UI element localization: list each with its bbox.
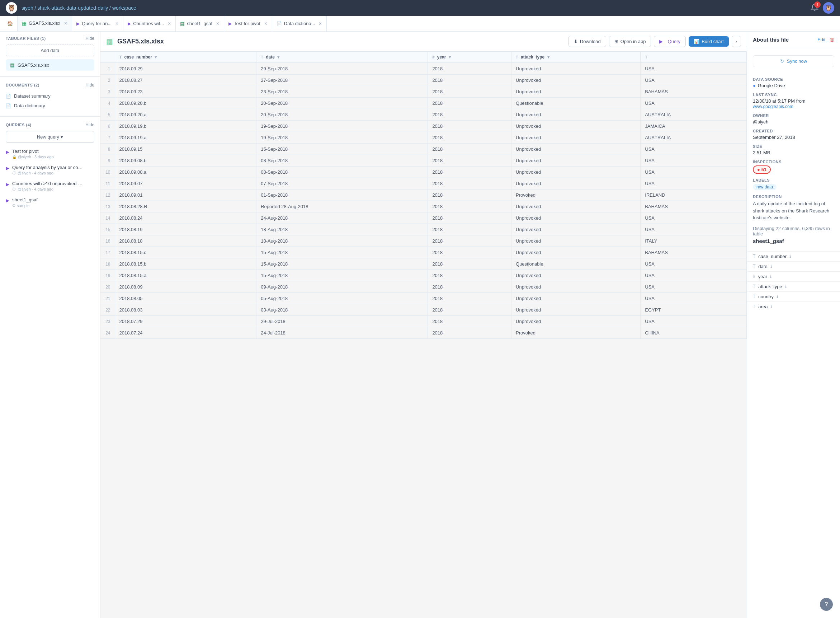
table-row[interactable]: 22 2018.08.03 03-Aug-2018 2018 Unprovoke… <box>101 305 747 316</box>
sidebar-item-data-dictionary[interactable]: 📄 Data dictionary <box>6 101 94 110</box>
inspections-badge[interactable]: ● 51 <box>753 165 771 174</box>
sidebar-item-dataset-summary[interactable]: 📄 Dataset summary <box>6 91 94 101</box>
table-row[interactable]: 9 2018.09.08.b 08-Sep-2018 2018 Unprovok… <box>101 155 747 166</box>
query-icon: ▶ <box>6 181 9 187</box>
table-row[interactable]: 4 2018.09.20.b 20-Sep-2018 2018 Question… <box>101 98 747 109</box>
info-icon[interactable]: ℹ <box>790 254 791 259</box>
row-number: 6 <box>101 120 115 132</box>
tab-sheet1[interactable]: ▦ sheet1_gsaf ✕ <box>176 16 224 31</box>
tab-query-analysis[interactable]: ▶ Query for an... ✕ <box>72 16 123 31</box>
sidebar-item-sheet1-gsaf[interactable]: ▶ sheet1_gsaf ⊙ sample <box>6 194 94 211</box>
download-button[interactable]: ⬇ Download <box>569 36 606 47</box>
data-source-label: DATA SOURCE <box>753 77 834 82</box>
tab-dict[interactable]: 📄 Data dictiona... ✕ <box>272 16 327 31</box>
table-row[interactable]: 7 2018.09.19.a 19-Sep-2018 2018 Unprovok… <box>101 132 747 144</box>
table-row[interactable]: 19 2018.08.15.a 15-Aug-2018 2018 Unprovo… <box>101 270 747 281</box>
table-row[interactable]: 8 2018.09.15 15-Sep-2018 2018 Unprovoked… <box>101 144 747 155</box>
table-row[interactable]: 21 2018.08.05 05-Aug-2018 2018 Unprovoke… <box>101 293 747 305</box>
hide-documents-button[interactable]: Hide <box>85 83 94 88</box>
repo-link[interactable]: siyeh / shark-attack-data-updated-daily … <box>22 5 136 11</box>
sidebar-item-gsaf[interactable]: ▦ GSAF5.xls.xlsx <box>6 59 94 71</box>
build-chart-button[interactable]: 📊 Build chart <box>689 36 729 47</box>
table-row[interactable]: 24 2018.07.24 24-Jul-2018 2018 Provoked … <box>101 327 747 339</box>
row-number: 13 <box>101 201 115 212</box>
cell-attack-type: Provoked <box>511 190 641 201</box>
table-row[interactable]: 13 2018.08.28.R Reported 28-Aug-2018 201… <box>101 201 747 212</box>
close-icon[interactable]: ✕ <box>115 21 119 26</box>
table-row[interactable]: 17 2018.08.15.c 15-Aug-2018 2018 Unprovo… <box>101 247 747 258</box>
query-item-meta: ⊙ sample <box>12 203 94 208</box>
tab-pivot[interactable]: ▶ Test for pivot ✕ <box>224 16 272 31</box>
table-row[interactable]: 10 2018.09.08.a 08-Sep-2018 2018 Unprovo… <box>101 166 747 178</box>
edit-button[interactable]: Edit <box>818 37 825 42</box>
info-icon[interactable]: ℹ <box>776 294 778 299</box>
table-row[interactable]: 14 2018.08.24 24-Aug-2018 2018 Unprovoke… <box>101 212 747 224</box>
close-icon[interactable]: ✕ <box>264 21 268 26</box>
more-options-button[interactable]: › <box>732 36 741 47</box>
user-avatar[interactable]: 🦉 <box>823 2 834 13</box>
table-row[interactable]: 2 2018.08.27 27-Sep-2018 2018 Unprovoked… <box>101 75 747 86</box>
download-icon: ⬇ <box>574 39 578 44</box>
hide-tabular-button[interactable]: Hide <box>85 36 94 41</box>
table-row[interactable]: 5 2018.09.20.a 20-Sep-2018 2018 Unprovok… <box>101 109 747 120</box>
col-header-attack-type[interactable]: T attack_type ▾ <box>511 52 641 63</box>
new-query-button[interactable]: New query ▾ <box>6 131 94 143</box>
tab-home[interactable]: 🏠 <box>3 16 18 31</box>
close-icon[interactable]: ✕ <box>167 21 171 26</box>
info-icon[interactable]: ℹ <box>770 264 772 269</box>
col-header-case-number[interactable]: T case_number ▾ <box>115 52 256 63</box>
table-row[interactable]: 3 2018.09.23 23-Sep-2018 2018 Unprovoked… <box>101 86 747 98</box>
close-icon[interactable]: ✕ <box>64 21 67 26</box>
col-header-extra[interactable]: T <box>641 52 747 63</box>
table-row[interactable]: 1 2018.09.29 29-Sep-2018 2018 Unprovoked… <box>101 63 747 75</box>
row-number: 9 <box>101 155 115 166</box>
add-data-button[interactable]: Add data <box>6 45 94 56</box>
open-in-app-button[interactable]: ⊞ Open in app <box>609 36 651 47</box>
tab-countries[interactable]: ▶ Countries wit... ✕ <box>123 16 176 31</box>
type-text-icon: T <box>516 55 518 59</box>
cell-country: USA <box>641 258 747 270</box>
sync-now-button[interactable]: ↻ Sync now <box>753 55 834 67</box>
hide-queries-button[interactable]: Hide <box>85 122 94 128</box>
table-row[interactable]: 16 2018.08.18 18-Aug-2018 2018 Unprovoke… <box>101 235 747 247</box>
table-row[interactable]: 20 2018.08.09 09-Aug-2018 2018 Unprovoke… <box>101 281 747 293</box>
close-icon[interactable]: ✕ <box>216 21 219 26</box>
table-row[interactable]: 6 2018.09.19.b 19-Sep-2018 2018 Unprovok… <box>101 120 747 132</box>
tab-gsaf[interactable]: ▦ GSAF5.xls.xlsx ✕ <box>18 16 72 31</box>
delete-button[interactable]: 🗑 <box>830 37 834 42</box>
header-actions: ⬇ Download ⊞ Open in app ▶_ Query 📊 Buil… <box>569 36 741 47</box>
sort-icon[interactable]: ▾ <box>547 55 550 59</box>
right-panel: About this file Edit 🗑 ↻ Sync now DATA S… <box>747 31 840 618</box>
table-icon: ▦ <box>180 21 185 27</box>
table-row[interactable]: 23 2018.07.29 29-Jul-2018 2018 Unprovoke… <box>101 316 747 327</box>
notifications[interactable]: 1 <box>810 4 818 13</box>
inspections-value: ● 51 <box>753 165 834 174</box>
cell-date: 08-Sep-2018 <box>256 155 428 166</box>
col-header-date[interactable]: T date ▾ <box>256 52 428 63</box>
sort-icon[interactable]: ▾ <box>449 55 451 59</box>
close-icon[interactable]: ✕ <box>319 21 322 26</box>
sidebar-item-query-analysis[interactable]: ▶ Query for analysis by year or cou... ⏱… <box>6 162 94 178</box>
query-item-name: Query for analysis by year or cou... <box>12 165 84 170</box>
googleapis-link[interactable]: www.googleapis.com <box>753 104 793 109</box>
sidebar-item-test-for-pivot[interactable]: ▶ Test for pivot 🔒 @siyeh · 3 days ago <box>6 146 94 162</box>
sidebar-item-countries[interactable]: ▶ Countries with >10 unprovoked a... ⏱ @… <box>6 178 94 194</box>
info-icon[interactable]: ℹ <box>770 305 772 309</box>
col-header-year[interactable]: # year ▾ <box>428 52 511 63</box>
table-row[interactable]: 18 2018.08.15.b 15-Aug-2018 2018 Questio… <box>101 258 747 270</box>
cell-attack-type: Unprovoked <box>511 235 641 247</box>
table-row[interactable]: 12 2018.09.01 01-Sep-2018 2018 Provoked … <box>101 190 747 201</box>
cell-case-number: 2018.08.03 <box>115 305 256 316</box>
column-item: T case_number ℹ <box>747 251 840 261</box>
cell-case-number: 2018.09.23 <box>115 86 256 98</box>
query-button[interactable]: ▶_ Query <box>654 36 686 47</box>
info-icon[interactable]: ℹ <box>770 274 772 279</box>
sort-icon[interactable]: ▾ <box>277 55 279 59</box>
raw-data-badge[interactable]: raw data <box>753 184 776 190</box>
sort-icon[interactable]: ▾ <box>155 55 157 59</box>
help-button[interactable]: ? <box>820 598 833 611</box>
content-area: ▦ GSAF5.xls.xlsx ⬇ Download ⊞ Open in ap… <box>101 31 747 618</box>
table-row[interactable]: 15 2018.08.19 18-Aug-2018 2018 Unprovoke… <box>101 224 747 235</box>
info-icon[interactable]: ℹ <box>785 284 787 289</box>
table-row[interactable]: 11 2018.09.07 07-Sep-2018 2018 Unprovoke… <box>101 178 747 190</box>
